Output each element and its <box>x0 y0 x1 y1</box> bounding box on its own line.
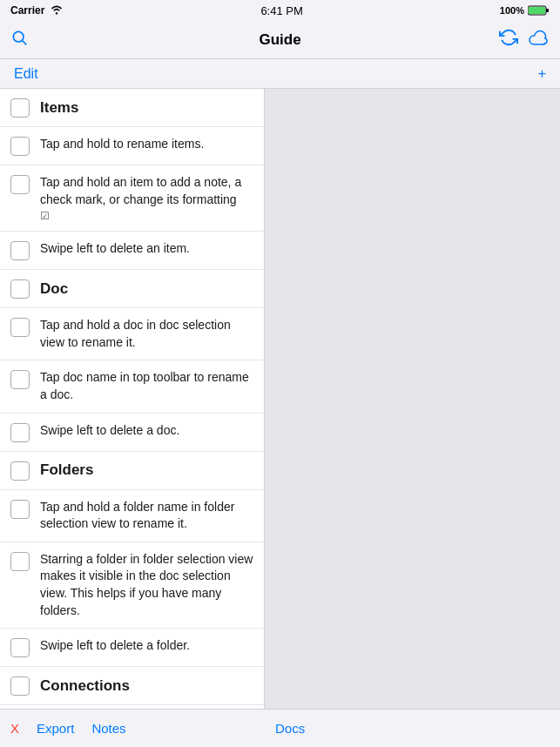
left-panel: Items Tap and hold to rename items. Tap … <box>0 89 265 709</box>
item-text: Tap and hold a folder name in folder sel… <box>40 500 234 531</box>
item-checkbox[interactable] <box>10 552 30 571</box>
item-text: Tap and hold a doc in doc selection view… <box>40 318 231 349</box>
item-text: Tap and hold to rename items. <box>40 137 204 151</box>
svg-point-0 <box>56 12 57 14</box>
section-checkbox[interactable] <box>10 676 30 696</box>
item-text: Starring a folder in folder selection vi… <box>40 552 253 617</box>
svg-rect-3 <box>546 9 549 12</box>
list-item: Swipe left to delete a folder. <box>0 629 264 667</box>
sync-icon[interactable] <box>499 28 518 51</box>
section-title: Doc <box>40 280 68 298</box>
cloud-icon[interactable] <box>529 30 550 50</box>
bottom-right: Docs <box>265 721 560 736</box>
item-checkbox[interactable] <box>10 638 30 657</box>
bottom-bar: X Export Notes Docs <box>0 709 560 747</box>
export-button[interactable]: Export <box>37 721 74 736</box>
item-checkbox[interactable] <box>10 175 30 194</box>
notes-button[interactable]: Notes <box>91 721 125 736</box>
item-checkbox[interactable] <box>10 137 30 156</box>
item-checkbox[interactable] <box>10 500 30 519</box>
list-item: Tap and hold to rename items. <box>0 127 264 165</box>
edit-bar: Edit + <box>0 59 560 89</box>
nav-title: Guide <box>259 31 300 49</box>
item-checkbox[interactable] <box>10 370 30 389</box>
section-header: Connections <box>0 667 264 705</box>
status-right: 100% <box>500 5 550 16</box>
add-button[interactable]: + <box>538 66 546 82</box>
section-header: Folders <box>0 452 264 490</box>
item-text: Swipe left to delete a doc. <box>40 423 179 437</box>
status-left: Carrier <box>10 4 64 17</box>
carrier-label: Carrier <box>10 4 44 17</box>
nav-right <box>499 28 550 51</box>
note-icon: ☑ <box>40 210 253 222</box>
item-checkbox[interactable] <box>10 241 30 260</box>
svg-line-5 <box>23 41 27 45</box>
list-item: Tap and hold a doc in doc selection view… <box>0 308 264 360</box>
edit-button[interactable]: Edit <box>14 66 38 82</box>
section-checkbox[interactable] <box>10 461 30 481</box>
battery-icon <box>528 5 550 16</box>
section-title: Connections <box>40 677 130 695</box>
section-title: Items <box>40 99 78 117</box>
list-item: Tap doc name in top toolbar to rename a … <box>0 360 264 413</box>
section-checkbox[interactable] <box>10 98 30 118</box>
section-header: Doc <box>0 270 264 308</box>
nav-bar: Guide <box>0 21 560 59</box>
nav-left <box>10 29 28 50</box>
item-text: Swipe left to delete an item. <box>40 241 190 255</box>
right-panel <box>265 89 560 709</box>
svg-rect-2 <box>529 7 545 14</box>
item-checkbox[interactable] <box>10 318 30 337</box>
item-text: Tap doc name in top toolbar to rename a … <box>40 370 249 401</box>
close-button[interactable]: X <box>10 721 19 736</box>
item-text: Swipe left to delete a folder. <box>40 638 190 652</box>
list-item: Tap and hold an item to add a note, a ch… <box>0 165 264 232</box>
section-title: Folders <box>40 461 93 479</box>
bottom-left: X Export Notes <box>0 721 265 736</box>
item-text: Tap and hold an item to add a note, a ch… <box>40 175 241 206</box>
content-area: Items Tap and hold to rename items. Tap … <box>0 89 560 709</box>
wifi-icon <box>50 4 64 17</box>
section-checkbox[interactable] <box>10 279 30 299</box>
svg-point-4 <box>13 31 24 42</box>
section-header: Items <box>0 89 264 127</box>
status-bar: Carrier 6:41 PM 100% <box>0 0 560 21</box>
search-icon[interactable] <box>10 29 28 50</box>
list-item: Tap and hold a folder name in folder sel… <box>0 490 264 542</box>
list-item: Starring a folder in folder selection vi… <box>0 542 264 629</box>
time-display: 6:41 PM <box>260 4 302 17</box>
list-item: Swipe left to delete an item. <box>0 232 264 270</box>
docs-button[interactable]: Docs <box>275 721 305 736</box>
list-item: Swipe left to delete a doc. <box>0 414 264 452</box>
battery-label: 100% <box>500 5 524 16</box>
item-checkbox[interactable] <box>10 423 30 442</box>
